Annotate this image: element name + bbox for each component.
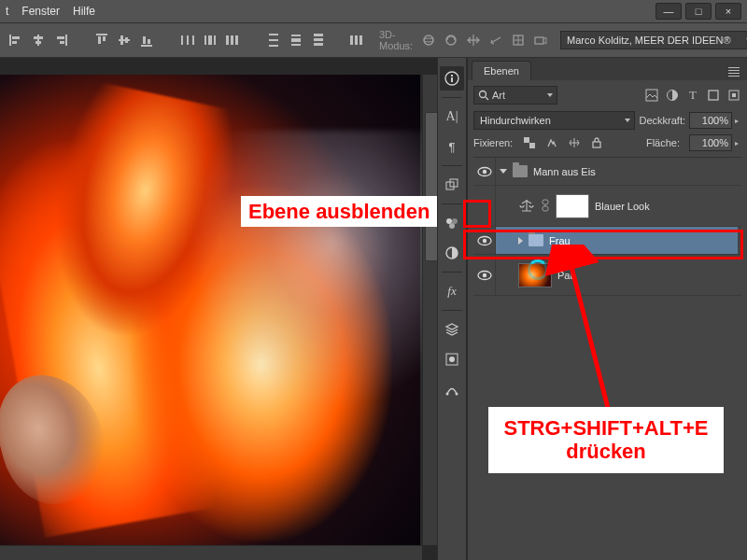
blend-mode-combo[interactable]: Hindurchwirken — [473, 111, 635, 130]
layer-name[interactable]: Paa — [557, 270, 576, 281]
document-canvas[interactable] — [0, 75, 420, 560]
filter-adjust-icon[interactable] — [665, 88, 680, 103]
canvas-area[interactable]: Ebene ausblenden — [0, 58, 437, 560]
filter-shape-icon[interactable] — [706, 88, 721, 103]
3d-slide-icon[interactable] — [486, 30, 506, 50]
disclosure-triangle-icon[interactable] — [500, 169, 507, 174]
svg-line-58 — [486, 97, 488, 100]
svg-rect-4 — [34, 36, 43, 39]
svg-rect-28 — [269, 39, 278, 41]
distribute-v2-icon[interactable] — [286, 30, 306, 50]
window-minimize-button[interactable]: — — [655, 3, 682, 20]
opacity-field[interactable]: 100% — [689, 112, 732, 129]
layer-name[interactable]: Mann aus Eis — [533, 166, 596, 177]
layer-pixel-paa[interactable]: Paa — [473, 255, 741, 296]
workspace-combo[interactable]: Marco Kolditz, MEER DER IDEEN® — [560, 31, 747, 49]
opacity-flyout-icon[interactable]: ▸ — [732, 117, 741, 125]
layer-mask-thumb[interactable] — [556, 194, 589, 218]
horizontal-scrollbar[interactable] — [0, 545, 422, 560]
fill-flyout-icon[interactable]: ▸ — [732, 139, 741, 147]
align-left-icon[interactable] — [6, 30, 26, 50]
svg-rect-65 — [529, 143, 535, 148]
layer-name[interactable]: Blauer Look — [595, 201, 650, 212]
svg-rect-32 — [291, 44, 301, 46]
swatches-panel-icon[interactable] — [440, 211, 464, 235]
lock-position-icon[interactable] — [567, 135, 582, 150]
menu-item-hilfe[interactable]: Hilfe — [73, 5, 95, 18]
align-center-h-icon[interactable] — [28, 30, 49, 50]
svg-rect-26 — [235, 35, 238, 45]
distribute-v3-icon[interactable] — [308, 30, 329, 50]
auto-align-icon[interactable] — [349, 30, 366, 50]
distribute-h3-icon[interactable] — [222, 30, 243, 50]
panel-dock: A| ¶ fx — [437, 58, 467, 560]
svg-rect-8 — [60, 41, 64, 44]
channels-panel-icon[interactable] — [440, 347, 464, 371]
filter-pixel-icon[interactable] — [644, 88, 659, 103]
paragraph-panel-icon[interactable]: ¶ — [440, 134, 464, 159]
layer-name[interactable]: Frau — [549, 235, 571, 246]
align-top-icon[interactable] — [92, 30, 112, 50]
menu-item-truncated[interactable]: t — [6, 5, 8, 18]
window-close-button[interactable]: × — [715, 3, 741, 20]
fill-field[interactable]: 100% — [689, 134, 732, 151]
lock-pixels-icon[interactable] — [544, 135, 559, 150]
svg-rect-1 — [12, 36, 20, 39]
busy-spinner-icon — [528, 259, 548, 280]
svg-rect-5 — [35, 41, 41, 44]
menu-item-fenster[interactable]: Fenster — [21, 5, 60, 18]
svg-rect-24 — [226, 35, 229, 45]
3d-orbit-icon[interactable] — [418, 30, 439, 50]
3d-roll-icon[interactable] — [441, 30, 461, 50]
svg-point-56 — [456, 393, 458, 396]
layer-group-mann-aus-eis[interactable]: Mann aus Eis — [473, 158, 741, 186]
link-mask-icon[interactable] — [541, 199, 550, 214]
svg-rect-43 — [535, 37, 543, 44]
svg-rect-27 — [269, 34, 278, 35]
distribute-v-icon[interactable] — [263, 30, 284, 50]
lock-transparency-icon[interactable] — [522, 135, 537, 150]
svg-rect-22 — [208, 35, 212, 45]
clone-source-panel-icon[interactable] — [440, 173, 464, 197]
visibility-toggle[interactable] — [473, 255, 496, 295]
3d-camera-icon[interactable] — [530, 30, 551, 50]
svg-rect-12 — [119, 39, 130, 41]
disclosure-triangle-icon[interactable] — [518, 237, 523, 245]
distribute-h2-icon[interactable] — [200, 30, 220, 50]
svg-rect-9 — [96, 34, 107, 35]
align-bottom-icon[interactable] — [136, 30, 157, 50]
tab-ebenen[interactable]: Ebenen — [472, 61, 531, 80]
layers-panel-icon[interactable] — [440, 317, 464, 342]
svg-point-39 — [424, 35, 433, 45]
visibility-toggle[interactable] — [473, 186, 496, 226]
filter-smart-icon[interactable] — [726, 88, 741, 103]
window-maximize-button[interactable]: □ — [685, 3, 712, 20]
svg-rect-35 — [314, 43, 323, 46]
3d-pan-icon[interactable] — [463, 30, 484, 50]
styles-panel-icon[interactable]: fx — [440, 279, 464, 303]
vertical-scrollbar[interactable] — [422, 75, 437, 545]
svg-rect-36 — [350, 35, 353, 45]
layer-group-frau[interactable]: Frau — [473, 227, 741, 255]
lock-all-icon[interactable] — [589, 135, 604, 150]
filter-type-icon[interactable]: T — [685, 88, 700, 103]
visibility-toggle[interactable] — [473, 158, 496, 185]
layer-adjustment-blauer-look[interactable]: Blauer Look — [473, 186, 741, 227]
adjustments-panel-icon[interactable] — [440, 241, 464, 265]
character-panel-icon[interactable]: A| — [440, 105, 464, 129]
opacity-label: Deckkraft: — [639, 115, 685, 126]
distribute-h-icon[interactable] — [177, 30, 198, 50]
align-middle-icon[interactable] — [114, 30, 134, 50]
paths-panel-icon[interactable] — [440, 377, 464, 401]
svg-rect-17 — [148, 39, 150, 44]
visibility-toggle[interactable] — [473, 227, 496, 254]
svg-rect-0 — [9, 35, 11, 46]
info-panel-icon[interactable] — [440, 66, 464, 91]
svg-rect-3 — [37, 35, 39, 46]
panel-flyout-menu-icon[interactable] — [725, 63, 743, 80]
layer-filter-kind-combo[interactable]: Art — [473, 86, 557, 105]
3d-scale-icon[interactable] — [508, 30, 529, 50]
layers-panel-body: Art T Hindurchwirken Deckkraft: 100% — [468, 80, 747, 560]
align-right-icon[interactable] — [50, 30, 71, 50]
balance-icon — [518, 198, 535, 215]
